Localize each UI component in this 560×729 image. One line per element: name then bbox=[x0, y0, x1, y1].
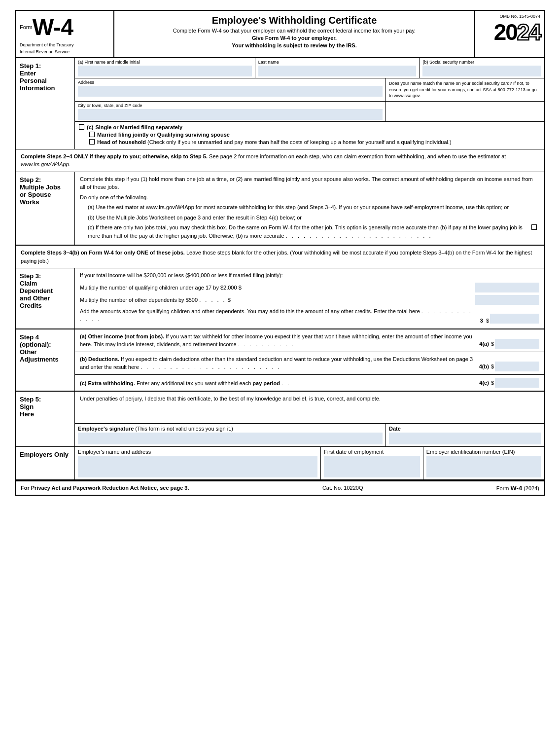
address-field: Address bbox=[75, 78, 386, 101]
form-word: Form bbox=[20, 24, 33, 30]
step5-date-input[interactable] bbox=[389, 433, 541, 444]
step1-city-row: City or town, state, and ZIP code bbox=[75, 102, 544, 122]
step5-content: Under penalties of perjury, I declare th… bbox=[75, 392, 544, 446]
step5-sig-input[interactable] bbox=[78, 433, 383, 444]
step3-row2: Multiply the number of other dependents … bbox=[80, 295, 539, 305]
step2-item-c-row: (c) If there are only two jobs total, yo… bbox=[80, 223, 539, 240]
employer-name-label: Employer's name and address bbox=[78, 449, 317, 455]
step5-row: Step 5: Sign Here Under penalties of per… bbox=[16, 392, 544, 447]
step4b-input[interactable] bbox=[495, 362, 539, 371]
subtitle3: Your withholding is subject to review by… bbox=[119, 42, 469, 48]
footer-form-year: (2024) bbox=[524, 485, 539, 491]
footer-form-number: W-4 bbox=[511, 484, 523, 492]
city-label: City or town, state, and ZIP code bbox=[78, 103, 383, 108]
first-name-field: (a) First name and middle initial bbox=[75, 58, 255, 78]
step3-row2-input[interactable] bbox=[475, 295, 539, 305]
step4b-input-area: 4(b) $ bbox=[479, 362, 539, 371]
header-left: Form W-4 Department of the Treasury Inte… bbox=[16, 11, 114, 57]
step34-note-text: Complete Steps 3–4(b) on Form W-4 for on… bbox=[21, 250, 532, 264]
complete-note-text: Complete Steps 2–4 ONLY if they apply to… bbox=[21, 153, 506, 168]
employer-date-input[interactable] bbox=[324, 456, 420, 477]
employer-ein-field: Employer identification number (EIN) bbox=[423, 447, 544, 479]
step5-label: Step 5: Sign Here bbox=[16, 392, 75, 446]
step4c-row: (c) Extra withholding. Enter any additio… bbox=[75, 375, 544, 391]
step3-label: Step 3: Claim Dependent and Other Credit… bbox=[16, 268, 75, 328]
irs-label: Internal Revenue Service bbox=[20, 49, 109, 54]
dept-label: Department of the Treasury bbox=[20, 42, 109, 47]
w4-form: Form W-4 Department of the Treasury Inte… bbox=[15, 10, 545, 496]
employers-content: Employer's name and address First date o… bbox=[75, 447, 544, 479]
filing-row-single: (c) Single or Married filing separately bbox=[79, 124, 540, 130]
first-name-input[interactable] bbox=[78, 66, 252, 76]
header-right: OMB No. 1545-0074 2024 bbox=[475, 11, 544, 57]
step3-add-input[interactable] bbox=[490, 314, 539, 324]
employer-ein-input[interactable] bbox=[426, 456, 541, 477]
ssn-input[interactable] bbox=[422, 66, 541, 76]
step4c-text: (c) Extra withholding. Enter any additio… bbox=[80, 379, 475, 388]
ssn-label: (b) Social security number bbox=[422, 60, 541, 65]
step1-content: (a) First name and middle initial Last n… bbox=[75, 58, 544, 149]
city-field: City or town, state, and ZIP code bbox=[75, 102, 386, 121]
main-title: Employee's Withholding Certificate bbox=[119, 15, 469, 26]
subtitle1: Complete Form W-4 so that your employer … bbox=[119, 28, 469, 34]
step4b-text: (b) Deductions. If you expect to claim d… bbox=[80, 355, 475, 371]
checkbox-single[interactable] bbox=[79, 124, 84, 130]
employer-name-input[interactable] bbox=[78, 456, 317, 477]
step4b-label: 4(b) bbox=[479, 364, 489, 369]
step3-dollar: $ bbox=[486, 318, 489, 324]
employer-name-field: Employer's name and address bbox=[75, 447, 321, 479]
ssn-field: (b) Social security number bbox=[420, 58, 544, 78]
filing-row-married: Married filing jointly or Qualifying sur… bbox=[79, 132, 540, 138]
step3-number: 3 bbox=[480, 318, 483, 324]
last-name-input[interactable] bbox=[258, 66, 417, 76]
header-center: Employee's Withholding Certificate Compl… bbox=[114, 11, 475, 57]
step2-label: Step 2: Multiple Jobs or Spouse Works bbox=[16, 172, 75, 245]
step4a-text: (a) Other income (not from jobs). If you… bbox=[80, 332, 475, 349]
filing-status-section: (c) Single or Married filing separately … bbox=[75, 122, 544, 149]
filing-married-label: Married filing jointly or Qualifying sur… bbox=[97, 132, 230, 138]
step2-content: Complete this step if you (1) hold more … bbox=[75, 172, 544, 245]
step4a-input[interactable] bbox=[495, 339, 539, 349]
step3-row1: Multiply the number of qualifying childr… bbox=[80, 283, 539, 292]
step4-content: (a) Other income (not from jobs). If you… bbox=[75, 329, 544, 391]
step5-date-field: Date bbox=[386, 424, 544, 446]
form-title-block: Form W-4 bbox=[20, 14, 109, 40]
checkbox-hoh[interactable] bbox=[89, 139, 95, 145]
city-input[interactable] bbox=[78, 109, 383, 120]
step2-doone: Do only one of the following. bbox=[80, 193, 539, 202]
ssn-note-cont bbox=[386, 102, 544, 121]
checkbox-married[interactable] bbox=[89, 132, 95, 137]
address-input[interactable] bbox=[78, 86, 383, 97]
checkbox-step2c[interactable] bbox=[531, 224, 537, 230]
step5-declare-text: Under penalties of perjury, I declare th… bbox=[80, 396, 381, 401]
step1-label: Step 1: Enter Personal Information bbox=[16, 58, 75, 149]
step34-note: Complete Steps 3–4(b) on Form W-4 for on… bbox=[16, 246, 544, 268]
step3-row1-input[interactable] bbox=[475, 283, 539, 292]
ssn-note: Does your name match the name on your so… bbox=[386, 78, 544, 101]
footer-form: Form W-4 (2024) bbox=[496, 484, 539, 492]
address-label: Address bbox=[78, 80, 383, 85]
step5-sig-label: Employee's signature (This form is not v… bbox=[78, 426, 233, 432]
employer-date-label: First date of employment bbox=[324, 449, 420, 455]
step5-declaration: Under penalties of perjury, I declare th… bbox=[75, 392, 544, 405]
step1-name-row: (a) First name and middle initial Last n… bbox=[75, 58, 544, 78]
footer-privacy: For Privacy Act and Paperwork Reduction … bbox=[21, 485, 189, 491]
step2-intro: Complete this step if you (1) hold more … bbox=[75, 172, 544, 245]
step1-address-row: Address Does your name match the name on… bbox=[75, 78, 544, 102]
step3-row2-text: Multiply the number of other dependents … bbox=[80, 297, 472, 303]
step1-row: Step 1: Enter Personal Information (a) F… bbox=[16, 58, 544, 149]
step4-row: Step 4 (optional): Other Adjustments (a)… bbox=[16, 329, 544, 392]
year-20: 20 bbox=[494, 19, 517, 45]
step4a-row: (a) Other income (not from jobs). If you… bbox=[75, 329, 544, 352]
step5-sig-space bbox=[75, 405, 544, 423]
last-name-field: Last name bbox=[255, 58, 420, 78]
step3-row: Step 3: Claim Dependent and Other Credit… bbox=[16, 268, 544, 329]
employer-ein-label: Employer identification number (EIN) bbox=[426, 449, 541, 455]
omb-text: OMB No. 1545-0074 bbox=[499, 14, 540, 19]
step4c-input[interactable] bbox=[495, 378, 539, 388]
step3-body: If your total income will be $200,000 or… bbox=[75, 268, 544, 328]
step3-add-text: Add the amounts above for qualifying chi… bbox=[80, 307, 477, 324]
employers-label: Employers Only bbox=[16, 447, 75, 479]
footer-form-label: Form bbox=[496, 485, 509, 491]
employer-date-field: First date of employment bbox=[321, 447, 423, 479]
